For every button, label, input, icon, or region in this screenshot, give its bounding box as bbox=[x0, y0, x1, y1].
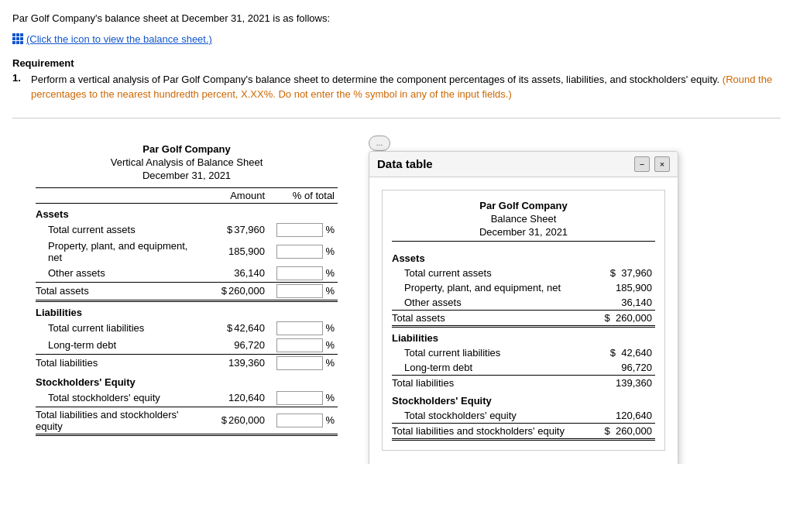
dt-company-title: Par Golf Company bbox=[392, 200, 655, 211]
dt-tcl-amount: $ 42,640 bbox=[593, 345, 655, 360]
total-liab-se-row: Total liabilities and stockholders' equi… bbox=[36, 407, 338, 434]
total-current-liabilities-pct-input[interactable] bbox=[276, 321, 323, 335]
table-row: Long-term debt 96,720 % bbox=[36, 337, 338, 355]
dt-tse-amount: 120,640 bbox=[593, 408, 655, 424]
se-section-header: Stockholders' Equity bbox=[36, 372, 338, 390]
total-assets-row: Total assets $260,000 % bbox=[36, 282, 338, 300]
dt-liabilities-label: Liabilities bbox=[392, 326, 655, 345]
grid-icon bbox=[12, 33, 23, 44]
total-assets-pct-input[interactable] bbox=[276, 284, 323, 298]
long-term-debt-pct-input[interactable] bbox=[276, 338, 323, 352]
se-label: Stockholders' Equity bbox=[36, 372, 198, 390]
table-row: Total current liabilities $ 42,640 bbox=[392, 345, 655, 360]
total-liabilities-amount: 139,360 bbox=[198, 354, 268, 372]
dt-tca-amount: $ 37,960 bbox=[593, 266, 655, 280]
ppe-pct-input[interactable] bbox=[276, 245, 323, 259]
expand-icon: ... bbox=[376, 139, 383, 147]
liabilities-label: Liabilities bbox=[36, 300, 198, 320]
total-liab-se-amount: $260,000 bbox=[198, 407, 268, 434]
total-liab-se-pct-input[interactable] bbox=[276, 414, 323, 427]
balance-sheet-icon-link[interactable]: (Click the icon to view the balance shee… bbox=[12, 33, 212, 45]
total-liabilities-pct-input[interactable] bbox=[276, 356, 323, 370]
dt-se-header: Stockholders' Equity bbox=[392, 390, 655, 408]
dt-assets-label: Assets bbox=[392, 248, 655, 266]
dt-date: December 31, 2021 bbox=[392, 226, 655, 242]
total-se-pct[interactable]: % bbox=[268, 390, 338, 407]
header-section: Par Golf Company's balance sheet at Dece… bbox=[12, 12, 781, 45]
ppe-label: Property, plant, and equipment, net bbox=[36, 239, 198, 265]
total-current-liabilities-amount: $42,640 bbox=[198, 320, 268, 337]
col-label-header bbox=[36, 187, 198, 203]
total-current-assets-pct[interactable]: % bbox=[268, 221, 338, 239]
col-pct-header: % of total bbox=[268, 187, 338, 203]
modal-controls: − × bbox=[634, 156, 670, 172]
long-term-debt-label: Long-term debt bbox=[36, 337, 198, 355]
total-assets-amount: $260,000 bbox=[198, 282, 268, 300]
left-panel-subtitle: Vertical Analysis of Balance Sheet bbox=[36, 156, 338, 168]
minimize-button[interactable]: − bbox=[634, 156, 650, 172]
dt-other-assets-amount: 36,140 bbox=[593, 295, 655, 311]
other-assets-label: Other assets bbox=[36, 265, 198, 283]
requirement-text: Perform a vertical analysis of Par Golf … bbox=[31, 72, 781, 102]
icon-link-text: (Click the icon to view the balance shee… bbox=[26, 33, 212, 45]
long-term-debt-pct[interactable]: % bbox=[268, 337, 338, 355]
close-button[interactable]: × bbox=[654, 156, 670, 172]
table-row: Long-term debt 96,720 bbox=[392, 360, 655, 376]
other-assets-pct[interactable]: % bbox=[268, 265, 338, 283]
dt-tca-label: Total current assets bbox=[392, 266, 593, 280]
dt-ltd-label: Long-term debt bbox=[392, 360, 593, 376]
total-liab-se-label: Total liabilities and stockholders' equi… bbox=[36, 407, 198, 434]
main-divider bbox=[12, 118, 781, 118]
modal-body: Par Golf Company Balance Sheet December … bbox=[369, 177, 678, 463]
table-row: Property, plant, and equipment, net 185,… bbox=[36, 239, 338, 265]
table-row: Other assets 36,140 bbox=[392, 295, 655, 311]
dt-total-assets-amount: $ 260,000 bbox=[593, 310, 655, 326]
liabilities-section-header: Liabilities bbox=[36, 300, 338, 320]
dt-total-liabilities-label: Total liabilities bbox=[392, 375, 593, 390]
dt-assets-header: Assets bbox=[392, 248, 655, 266]
total-assets-pct[interactable]: % bbox=[268, 282, 338, 300]
data-table-inner: Par Golf Company Balance Sheet December … bbox=[382, 190, 665, 451]
dt-ltd-amount: 96,720 bbox=[593, 360, 655, 376]
dt-ppe-amount: 185,900 bbox=[593, 280, 655, 295]
left-panel-date: December 31, 2021 bbox=[36, 170, 338, 181]
assets-label: Assets bbox=[36, 203, 198, 221]
requirement-number: 1. bbox=[12, 72, 25, 102]
main-content: Par Golf Company Vertical Analysis of Ba… bbox=[12, 128, 781, 451]
total-se-pct-input[interactable] bbox=[276, 391, 323, 405]
left-panel: Par Golf Company Vertical Analysis of Ba… bbox=[12, 128, 353, 451]
total-current-liabilities-pct[interactable]: % bbox=[268, 320, 338, 337]
dt-total-liabilities-row: Total liabilities 139,360 bbox=[392, 375, 655, 390]
header-title: Par Golf Company's balance sheet at Dece… bbox=[12, 12, 781, 24]
left-panel-title: Par Golf Company bbox=[36, 143, 338, 155]
table-row: Total stockholders' equity 120,640 % bbox=[36, 390, 338, 407]
data-table: Assets Total current assets $ 37,960 Pro… bbox=[392, 248, 655, 441]
dt-total-liab-se-row: Total liabilities and stockholders' equi… bbox=[392, 423, 655, 439]
table-row: Total current assets $ 37,960 bbox=[392, 266, 655, 280]
dt-ppe-label: Property, plant, and equipment, net bbox=[392, 280, 593, 295]
total-se-amount: 120,640 bbox=[198, 390, 268, 407]
table-row: Total current liabilities $42,640 % bbox=[36, 320, 338, 337]
table-row: Total current assets $37,960 % bbox=[36, 221, 338, 239]
total-liabilities-pct[interactable]: % bbox=[268, 354, 338, 372]
modal-titlebar: Data table − × bbox=[369, 152, 678, 177]
dt-other-assets-label: Other assets bbox=[392, 295, 593, 311]
dt-liabilities-header: Liabilities bbox=[392, 326, 655, 345]
total-current-liabilities-label: Total current liabilities bbox=[36, 320, 198, 337]
other-assets-amount: 36,140 bbox=[198, 265, 268, 283]
expand-button[interactable]: ... bbox=[369, 136, 390, 151]
dt-total-assets-label: Total assets bbox=[392, 310, 593, 326]
requirement-item: 1. Perform a vertical analysis of Par Go… bbox=[12, 72, 781, 102]
total-current-assets-pct-input[interactable] bbox=[276, 223, 323, 237]
ppe-pct[interactable]: % bbox=[268, 239, 338, 265]
other-assets-pct-input[interactable] bbox=[276, 266, 323, 280]
requirement-title: Requirement bbox=[12, 57, 781, 69]
total-liabilities-row: Total liabilities 139,360 % bbox=[36, 354, 338, 372]
dt-subtitle: Balance Sheet bbox=[392, 213, 655, 225]
dt-total-liabilities-amount: 139,360 bbox=[593, 375, 655, 390]
data-table-modal: Data table − × Par Golf Company Balance … bbox=[369, 151, 678, 464]
dt-total-assets-row: Total assets $ 260,000 bbox=[392, 310, 655, 326]
total-se-label: Total stockholders' equity bbox=[36, 390, 198, 407]
assets-section-header: Assets bbox=[36, 203, 338, 221]
total-liab-se-pct[interactable]: % bbox=[268, 407, 338, 434]
